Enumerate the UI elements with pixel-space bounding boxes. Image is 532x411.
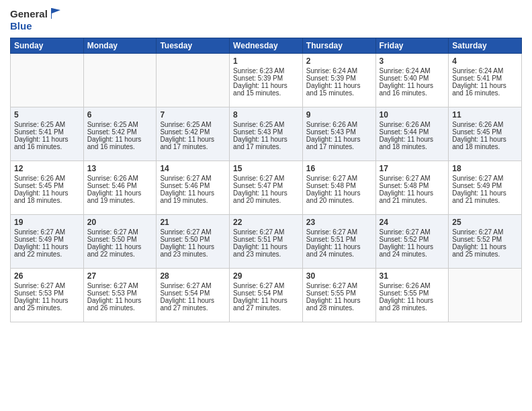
day-number: 24 [380,218,445,227]
day-info: Sunset: 5:41 PM [452,75,518,82]
page: General Blue SundayMondayTuesdayWednesda… [0,0,532,411]
day-info: Daylight: 11 hours and 19 minutes. [87,189,153,204]
day-number: 3 [380,56,445,66]
calendar-cell: 9Sunrise: 6:26 AMSunset: 5:43 PMDaylight… [302,107,375,161]
day-info: Sunset: 5:54 PM [160,289,226,297]
calendar-cell [449,269,522,322]
day-info: Sunset: 5:50 PM [160,236,226,243]
day-number: 1 [233,56,299,66]
calendar-cell: 31Sunrise: 6:26 AMSunset: 5:55 PMDayligh… [375,269,449,322]
day-info: Sunset: 5:42 PM [87,128,153,136]
calendar-cell: 17Sunrise: 6:27 AMSunset: 5:48 PMDayligh… [375,161,449,215]
day-info: Daylight: 11 hours and 23 minutes. [160,243,226,258]
calendar-cell: 30Sunrise: 6:27 AMSunset: 5:55 PMDayligh… [302,269,375,322]
day-info: Sunrise: 6:25 AM [14,121,80,128]
day-info: Daylight: 11 hours and 20 minutes. [306,189,372,204]
day-info: Sunrise: 6:27 AM [452,228,518,236]
day-header-monday: Monday [83,38,157,54]
day-info: Daylight: 11 hours and 23 minutes. [233,243,299,258]
day-info: Sunrise: 6:23 AM [233,67,299,75]
logo-general: General [10,8,48,19]
day-info: Sunrise: 6:24 AM [452,67,518,75]
day-info: Sunrise: 6:24 AM [306,67,372,75]
day-number: 26 [14,271,80,281]
day-number: 18 [452,164,518,173]
logo-blue: Blue [10,20,32,32]
logo-flag-icon [49,7,62,20]
day-info: Daylight: 11 hours and 28 minutes. [306,297,372,312]
day-number: 21 [160,218,226,227]
svg-marker-0 [51,8,60,19]
day-number: 19 [14,218,80,227]
day-info: Sunset: 5:47 PM [233,182,299,189]
day-number: 28 [160,271,226,281]
day-info: Daylight: 11 hours and 21 minutes. [380,189,445,204]
calendar-cell: 13Sunrise: 6:26 AMSunset: 5:46 PMDayligh… [83,161,157,215]
calendar-cell: 7Sunrise: 6:25 AMSunset: 5:42 PMDaylight… [157,107,230,161]
day-info: Sunrise: 6:25 AM [160,121,226,128]
day-number: 4 [452,56,518,66]
day-info: Daylight: 11 hours and 22 minutes. [87,243,153,258]
day-info: Sunrise: 6:27 AM [14,282,80,289]
day-header-tuesday: Tuesday [157,38,230,54]
day-info: Sunrise: 6:26 AM [14,175,80,182]
day-info: Sunrise: 6:27 AM [87,228,153,236]
day-info: Daylight: 11 hours and 16 minutes. [87,136,153,150]
day-header-saturday: Saturday [449,38,522,54]
day-info: Sunset: 5:55 PM [306,289,372,297]
calendar-cell: 5Sunrise: 6:25 AMSunset: 5:41 PMDaylight… [11,107,84,161]
day-info: Sunrise: 6:26 AM [87,175,153,182]
day-info: Sunrise: 6:24 AM [380,67,445,75]
calendar-cell: 16Sunrise: 6:27 AMSunset: 5:48 PMDayligh… [302,161,375,215]
day-info: Daylight: 11 hours and 19 minutes. [160,189,226,204]
day-number: 17 [380,164,445,173]
day-info: Sunset: 5:44 PM [380,128,445,136]
day-info: Sunrise: 6:25 AM [87,121,153,128]
day-info: Daylight: 11 hours and 22 minutes. [14,243,80,258]
day-header-sunday: Sunday [11,38,84,54]
day-info: Sunset: 5:51 PM [306,236,372,243]
day-info: Daylight: 11 hours and 25 minutes. [14,297,80,312]
day-info: Sunrise: 6:27 AM [306,282,372,289]
calendar-cell: 28Sunrise: 6:27 AMSunset: 5:54 PMDayligh… [157,269,230,322]
day-number: 29 [233,271,299,281]
day-info: Sunset: 5:48 PM [380,182,445,189]
calendar-cell: 25Sunrise: 6:27 AMSunset: 5:52 PMDayligh… [449,215,522,269]
calendar-cell: 6Sunrise: 6:25 AMSunset: 5:42 PMDaylight… [83,107,157,161]
calendar-cell [11,54,84,107]
day-number: 27 [87,271,153,281]
day-number: 22 [233,218,299,227]
day-info: Sunrise: 6:26 AM [380,282,445,289]
calendar-cell: 20Sunrise: 6:27 AMSunset: 5:50 PMDayligh… [83,215,157,269]
day-number: 8 [233,110,299,120]
day-info: Sunset: 5:40 PM [380,75,445,82]
day-number: 16 [306,164,372,173]
day-info: Sunrise: 6:27 AM [380,175,445,182]
day-headers-row: SundayMondayTuesdayWednesdayThursdayFrid… [11,38,522,54]
day-number: 25 [452,218,518,227]
day-info: Sunset: 5:39 PM [233,75,299,82]
day-info: Sunrise: 6:27 AM [233,228,299,236]
day-number: 14 [160,164,226,173]
calendar-cell: 1Sunrise: 6:23 AMSunset: 5:39 PMDaylight… [230,54,303,107]
day-number: 9 [306,110,372,120]
day-number: 15 [233,164,299,173]
day-info: Sunset: 5:39 PM [306,75,372,82]
day-info: Daylight: 11 hours and 16 minutes. [452,82,518,97]
day-info: Sunrise: 6:27 AM [160,228,226,236]
day-info: Sunrise: 6:27 AM [306,228,372,236]
day-info: Daylight: 11 hours and 24 minutes. [306,243,372,258]
day-number: 6 [87,110,153,120]
week-row-4: 19Sunrise: 6:27 AMSunset: 5:49 PMDayligh… [11,215,522,269]
day-info: Sunset: 5:43 PM [306,128,372,136]
day-info: Daylight: 11 hours and 24 minutes. [380,243,445,258]
calendar-cell: 18Sunrise: 6:27 AMSunset: 5:49 PMDayligh… [449,161,522,215]
calendar-table: SundayMondayTuesdayWednesdayThursdayFrid… [10,38,522,322]
day-info: Sunset: 5:53 PM [87,289,153,297]
day-info: Daylight: 11 hours and 17 minutes. [233,136,299,150]
day-info: Daylight: 11 hours and 27 minutes. [160,297,226,312]
day-info: Sunrise: 6:27 AM [306,175,372,182]
day-info: Daylight: 11 hours and 17 minutes. [306,136,372,150]
day-number: 12 [14,164,80,173]
day-info: Sunset: 5:52 PM [452,236,518,243]
